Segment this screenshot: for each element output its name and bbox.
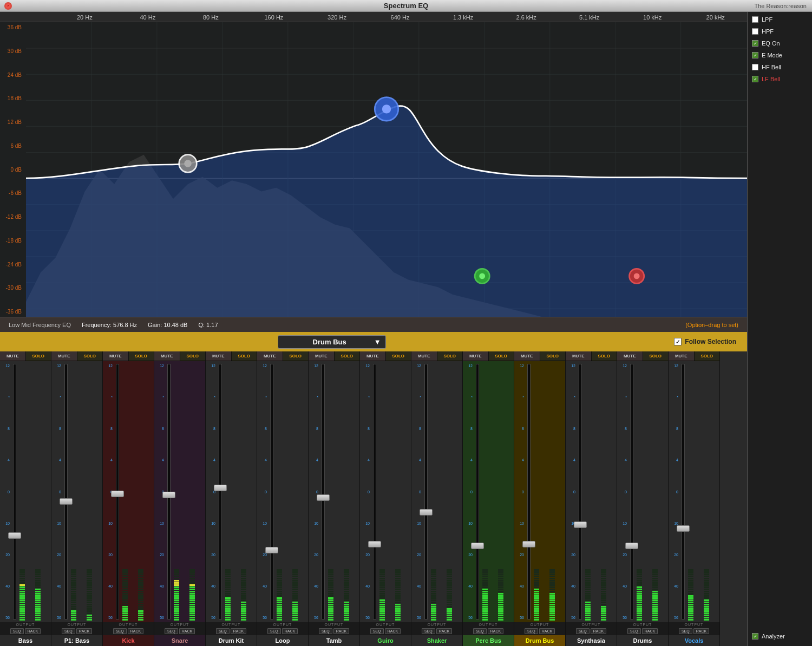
- fader-thumb[interactable]: [420, 509, 433, 516]
- seq-button[interactable]: SEQ: [679, 628, 692, 634]
- seq-button[interactable]: SEQ: [422, 628, 435, 634]
- seq-button[interactable]: SEQ: [216, 628, 230, 634]
- fader-rail-col[interactable]: [165, 363, 173, 621]
- seq-button[interactable]: SEQ: [62, 628, 75, 634]
- solo-button[interactable]: SOLO: [592, 351, 617, 361]
- fader-thumb[interactable]: [522, 541, 535, 547]
- fader-thumb[interactable]: [8, 532, 21, 539]
- rack-button[interactable]: RACK: [436, 628, 452, 634]
- fader-rail-col[interactable]: [473, 363, 482, 621]
- mute-button[interactable]: MUTE: [103, 351, 129, 361]
- mute-button[interactable]: MUTE: [0, 351, 26, 361]
- rack-button[interactable]: RACK: [76, 628, 92, 634]
- rack-button[interactable]: RACK: [128, 628, 143, 634]
- fader-rail-col[interactable]: [422, 363, 430, 621]
- fader-rail-col[interactable]: [370, 363, 379, 621]
- fader-rail-col[interactable]: [576, 363, 585, 621]
- fader-rail-col[interactable]: [319, 363, 328, 621]
- fader-thumb[interactable]: [317, 494, 330, 501]
- fader-rail[interactable]: [527, 364, 531, 619]
- fader-thumb[interactable]: [265, 547, 278, 553]
- solo-button[interactable]: SOLO: [695, 351, 720, 361]
- fader-thumb[interactable]: [214, 485, 227, 491]
- fader-rail-col[interactable]: [62, 363, 70, 621]
- fader-rail[interactable]: [630, 364, 633, 619]
- rack-button[interactable]: RACK: [539, 628, 555, 634]
- mute-button[interactable]: MUTE: [309, 351, 335, 361]
- fader-rail-col[interactable]: [216, 363, 225, 621]
- fader-rail-col[interactable]: [679, 363, 687, 621]
- mute-button[interactable]: MUTE: [463, 351, 489, 361]
- mute-button[interactable]: MUTE: [669, 351, 695, 361]
- lpf-checkbox[interactable]: [752, 16, 758, 23]
- eqon-checkbox[interactable]: ✓: [752, 40, 758, 47]
- fader-thumb[interactable]: [471, 543, 484, 549]
- mute-button[interactable]: MUTE: [360, 351, 386, 361]
- fader-rail-col[interactable]: [267, 363, 276, 621]
- fader-thumb[interactable]: [60, 498, 73, 505]
- mute-button[interactable]: MUTE: [617, 351, 643, 361]
- seq-button[interactable]: SEQ: [10, 628, 24, 634]
- solo-button[interactable]: SOLO: [335, 351, 360, 361]
- fader-rail[interactable]: [219, 364, 222, 619]
- hpf-checkbox[interactable]: [752, 28, 758, 35]
- rack-button[interactable]: RACK: [25, 628, 41, 634]
- seq-button[interactable]: SEQ: [113, 628, 127, 634]
- close-button[interactable]: ×: [4, 2, 12, 10]
- fader-rail[interactable]: [424, 364, 428, 619]
- fader-rail[interactable]: [270, 364, 273, 619]
- fader-thumb[interactable]: [162, 492, 175, 498]
- fader-rail[interactable]: [579, 364, 582, 619]
- solo-button[interactable]: SOLO: [129, 351, 154, 361]
- solo-button[interactable]: SOLO: [643, 351, 669, 361]
- eq-graph[interactable]: 36 dB 30 dB 24 dB 18 dB 12 dB 6 dB 0 dB …: [0, 22, 747, 317]
- solo-button[interactable]: SOLO: [489, 351, 514, 361]
- mute-button[interactable]: MUTE: [51, 351, 77, 361]
- mute-button[interactable]: MUTE: [206, 351, 232, 361]
- emode-checkbox[interactable]: ✓: [752, 52, 758, 58]
- follow-selection-checkbox[interactable]: ✓: [674, 338, 682, 345]
- solo-button[interactable]: SOLO: [386, 351, 411, 361]
- channel-dropdown[interactable]: Drum Bus ▼: [278, 335, 386, 349]
- mute-button[interactable]: MUTE: [154, 351, 180, 361]
- solo-button[interactable]: SOLO: [180, 351, 206, 361]
- fader-rail-col[interactable]: [525, 363, 533, 621]
- fader-rail[interactable]: [476, 364, 479, 619]
- rack-button[interactable]: RACK: [385, 628, 401, 634]
- rack-button[interactable]: RACK: [333, 628, 349, 634]
- solo-button[interactable]: SOLO: [437, 351, 463, 361]
- fader-rail[interactable]: [322, 364, 325, 619]
- fader-rail-col[interactable]: [113, 363, 122, 621]
- mute-button[interactable]: MUTE: [257, 351, 283, 361]
- fader-thumb[interactable]: [625, 543, 638, 549]
- rack-button[interactable]: RACK: [591, 628, 606, 634]
- seq-button[interactable]: SEQ: [473, 628, 487, 634]
- rack-button[interactable]: RACK: [642, 628, 658, 634]
- analyzer-checkbox[interactable]: ✓: [752, 633, 758, 640]
- seq-button[interactable]: SEQ: [319, 628, 332, 634]
- mute-button[interactable]: MUTE: [566, 351, 592, 361]
- solo-button[interactable]: SOLO: [26, 351, 51, 361]
- rack-button[interactable]: RACK: [282, 628, 298, 634]
- seq-button[interactable]: SEQ: [525, 628, 538, 634]
- fader-rail-col[interactable]: [10, 363, 19, 621]
- mute-button[interactable]: MUTE: [514, 351, 540, 361]
- solo-button[interactable]: SOLO: [77, 351, 103, 361]
- seq-button[interactable]: SEQ: [370, 628, 384, 634]
- eq-curve-svg[interactable]: [26, 22, 747, 317]
- solo-button[interactable]: SOLO: [540, 351, 566, 361]
- solo-button[interactable]: SOLO: [283, 351, 309, 361]
- fader-rail[interactable]: [64, 364, 68, 619]
- fader-thumb[interactable]: [368, 541, 381, 547]
- fader-rail[interactable]: [116, 364, 119, 619]
- rack-button[interactable]: RACK: [179, 628, 195, 634]
- fader-thumb[interactable]: [574, 521, 587, 528]
- seq-button[interactable]: SEQ: [267, 628, 281, 634]
- fader-rail[interactable]: [13, 364, 16, 619]
- follow-selection-row[interactable]: ✓ Follow Selection: [674, 338, 736, 345]
- seq-button[interactable]: SEQ: [627, 628, 641, 634]
- lfbell-checkbox[interactable]: ✓: [752, 76, 758, 82]
- rack-button[interactable]: RACK: [693, 628, 709, 634]
- mute-button[interactable]: MUTE: [411, 351, 437, 361]
- fader-rail[interactable]: [682, 364, 685, 619]
